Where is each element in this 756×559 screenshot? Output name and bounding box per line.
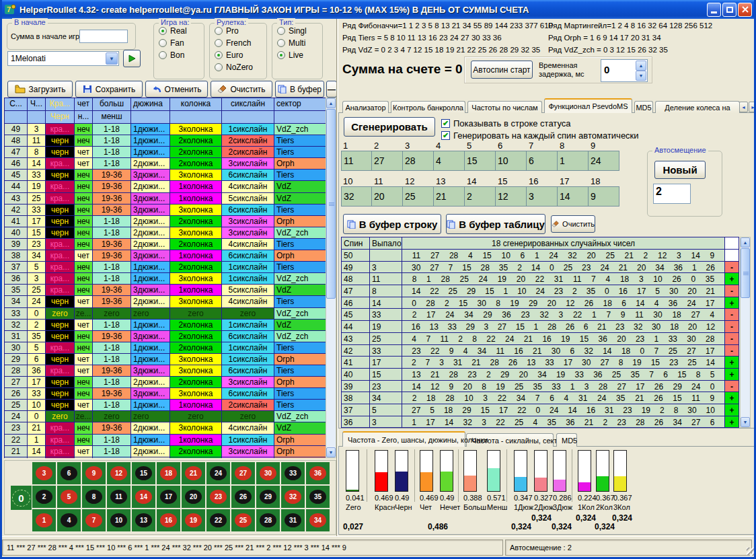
board-cell-8[interactable]: 8 bbox=[82, 486, 106, 508]
board-cell-5[interactable]: 5 bbox=[57, 486, 81, 508]
board-cell-14[interactable]: 14 bbox=[132, 486, 155, 508]
tab-Контроль банкролла[interactable]: Контроль банкролла bbox=[391, 101, 465, 113]
radio-icon[interactable] bbox=[215, 51, 223, 59]
radio-option-nozero[interactable]: NoZero bbox=[215, 63, 266, 72]
spin-down-icon[interactable]: ▼ bbox=[636, 71, 646, 81]
spins-scrollbar[interactable]: ▲ ▼ bbox=[740, 237, 751, 428]
checkbox-status-row[interactable]: ✔ Показывать в строке статуса bbox=[441, 118, 571, 128]
generate-button[interactable]: Сгенерировать bbox=[344, 117, 435, 137]
radio-icon[interactable] bbox=[277, 51, 285, 59]
radio-icon[interactable] bbox=[277, 27, 285, 35]
board-cell-32[interactable]: 32 bbox=[281, 486, 305, 508]
radio-icon[interactable] bbox=[215, 27, 223, 35]
scroll-up-icon[interactable]: ▲ bbox=[741, 237, 750, 248]
radio-option-fan[interactable]: Fan bbox=[159, 38, 204, 48]
tab-Частоты по числам[interactable]: Частоты по числам bbox=[467, 101, 542, 113]
radio-option-singl[interactable]: Singl bbox=[277, 26, 322, 36]
play-button[interactable] bbox=[123, 50, 141, 67]
title-bar[interactable]: 7 HelperRoullet 4.32- create helperroull… bbox=[0, 0, 756, 19]
radio-icon[interactable] bbox=[159, 51, 167, 59]
board-cell-26[interactable]: 26 bbox=[231, 486, 255, 508]
board-cell-9[interactable]: 9 bbox=[82, 462, 106, 484]
close-icon[interactable] bbox=[738, 3, 752, 17]
minimize-button[interactable] bbox=[707, 3, 721, 17]
tab-Деление колеса на[interactable]: Деление колеса на bbox=[655, 101, 740, 113]
radio-option-pro[interactable]: Pro bbox=[215, 26, 266, 36]
board-cell-2[interactable]: 2 bbox=[32, 486, 56, 508]
board-cell-25[interactable]: 25 bbox=[231, 509, 255, 531]
scroll-down-icon[interactable]: ▼ bbox=[741, 417, 750, 427]
board-cell-7[interactable]: 7 bbox=[82, 509, 106, 531]
board-cell-4[interactable]: 4 bbox=[57, 509, 81, 531]
copy-table-button[interactable]: В буфер таблицу bbox=[446, 214, 545, 234]
radio-option-live[interactable]: Live bbox=[277, 50, 322, 60]
board-cell-22[interactable]: 22 bbox=[206, 509, 230, 531]
board-cell-3[interactable]: 3 bbox=[32, 462, 56, 484]
board-cell-28[interactable]: 28 bbox=[256, 509, 280, 531]
resize-grip[interactable] bbox=[747, 548, 755, 556]
copy-buffer-button[interactable]: В буфер bbox=[275, 81, 324, 98]
board-cell-20[interactable]: 20 bbox=[182, 486, 205, 508]
delay-spinner[interactable]: 0 ▲ ▼ bbox=[601, 59, 648, 82]
board-cell-12[interactable]: 12 bbox=[107, 462, 130, 484]
board-cell-16[interactable]: 16 bbox=[157, 509, 180, 531]
save-button[interactable]: Сохранить bbox=[75, 81, 143, 98]
board-cell-30[interactable]: 30 bbox=[256, 462, 280, 484]
radio-option-real[interactable]: Real bbox=[159, 26, 204, 36]
tab-scroll-left-icon[interactable]: ◄ bbox=[739, 102, 748, 112]
board-cell-36[interactable]: 36 bbox=[306, 462, 330, 484]
autoshift-new-button[interactable]: Новый bbox=[654, 161, 706, 179]
freq-tab-2[interactable]: MD5 bbox=[556, 433, 577, 447]
collapse-button[interactable]: — bbox=[326, 81, 337, 98]
board-cell-24[interactable]: 24 bbox=[206, 462, 230, 484]
spin-up-icon[interactable]: ▲ bbox=[636, 61, 646, 71]
board-cell-13[interactable]: 13 bbox=[132, 509, 155, 531]
board-cell-19[interactable]: 19 bbox=[182, 509, 205, 531]
board-cell-1[interactable]: 1 bbox=[32, 509, 56, 531]
board-cell-23[interactable]: 23 bbox=[206, 486, 230, 508]
clear-gen-button[interactable]: Очистить bbox=[551, 215, 595, 233]
radio-icon[interactable] bbox=[159, 39, 167, 47]
autoshift-value-field[interactable]: 2 bbox=[653, 184, 691, 204]
tab-Функционал PsevdoMS[interactable]: Функционал PsevdoMS bbox=[544, 98, 632, 113]
load-button[interactable]: Загрузить bbox=[7, 81, 73, 98]
radio-icon[interactable] bbox=[159, 27, 167, 35]
tab-Анализатор[interactable]: Анализатор bbox=[342, 101, 389, 113]
board-cell-18[interactable]: 18 bbox=[157, 462, 180, 484]
board-cell-11[interactable]: 11 bbox=[107, 486, 130, 508]
scroll-down-icon[interactable]: ▼ bbox=[326, 447, 336, 457]
board-cell-33[interactable]: 33 bbox=[281, 462, 305, 484]
clear-button[interactable]: Очистить bbox=[211, 81, 272, 98]
board-cell-10[interactable]: 10 bbox=[107, 509, 130, 531]
board-cell-17[interactable]: 17 bbox=[157, 486, 180, 508]
maximize-button[interactable] bbox=[722, 3, 736, 17]
history-scrollbar[interactable]: ▲ ▼ bbox=[326, 98, 336, 458]
board-cell-35[interactable]: 35 bbox=[306, 486, 330, 508]
radio-icon[interactable] bbox=[215, 39, 223, 47]
scroll-up-icon[interactable]: ▲ bbox=[326, 98, 336, 108]
checkbox-status-box[interactable]: ✔ bbox=[441, 119, 450, 128]
board-cell-27[interactable]: 27 bbox=[231, 462, 255, 484]
board-cell-31[interactable]: 31 bbox=[281, 509, 305, 531]
copy-row-button[interactable]: В буфер строку bbox=[343, 214, 441, 234]
checkbox-auto-row[interactable]: ✔ Генерировать на каждый спин автоматиче… bbox=[441, 131, 639, 141]
scroll-thumb[interactable] bbox=[326, 109, 336, 299]
tab-scroll-right-icon[interactable]: ► bbox=[749, 102, 756, 112]
chevron-down-icon[interactable]: ▼ bbox=[106, 52, 118, 65]
checkbox-auto-box[interactable]: ✔ bbox=[441, 131, 450, 140]
scroll-thumb[interactable] bbox=[741, 248, 750, 298]
board-cell-15[interactable]: 15 bbox=[132, 462, 155, 484]
profile-combobox[interactable]: 1Melonati ▼ bbox=[7, 51, 119, 66]
board-cell-29[interactable]: 29 bbox=[256, 486, 280, 508]
board-cell-34[interactable]: 34 bbox=[306, 509, 330, 531]
undo-button[interactable]: Отменить bbox=[145, 81, 208, 98]
radio-option-french[interactable]: French bbox=[215, 38, 266, 48]
autospin-button[interactable]: Автоспин старт bbox=[471, 61, 533, 79]
tab-MD5[interactable]: MD5 bbox=[634, 101, 653, 113]
radio-option-bon[interactable]: Bon bbox=[159, 50, 204, 60]
board-cell-21[interactable]: 21 bbox=[182, 462, 205, 484]
radio-icon[interactable] bbox=[277, 39, 285, 47]
freq-tab-0[interactable]: Частота - Zero, шансы, дюжины, колонки bbox=[342, 431, 465, 447]
board-cell-zero[interactable]: 0 bbox=[11, 486, 32, 510]
start-sum-input[interactable] bbox=[79, 30, 128, 43]
